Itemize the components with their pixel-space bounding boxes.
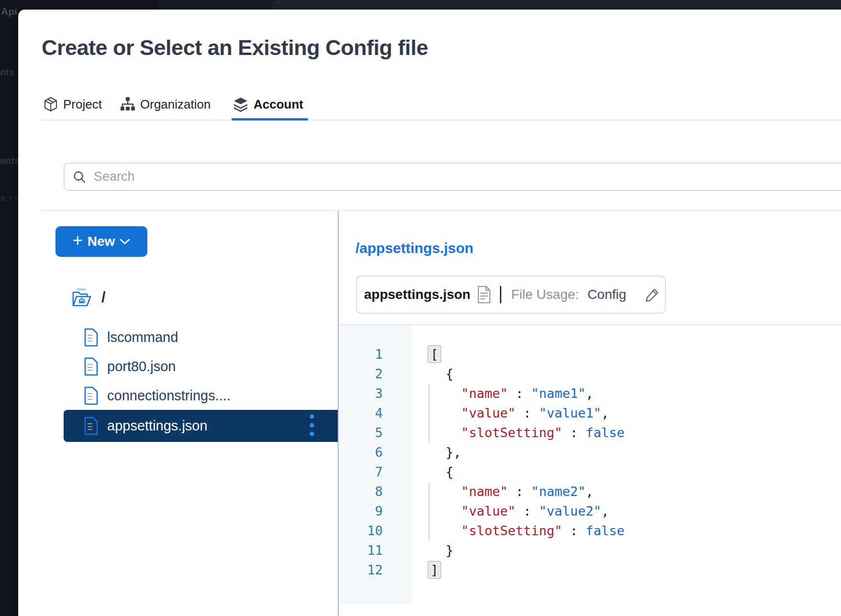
document-icon	[477, 286, 491, 304]
plus-icon: +	[73, 232, 83, 249]
line-number: 9	[339, 501, 383, 521]
search-placeholder: Search	[94, 169, 135, 184]
line-number: 7	[339, 462, 383, 482]
editor-top-border	[339, 324, 841, 325]
tabbar-divider	[41, 120, 841, 121]
file-row[interactable]: port80.json	[64, 352, 338, 381]
code-line: "value" : "value2",	[430, 501, 624, 521]
line-number: 4	[339, 403, 383, 423]
new-button[interactable]: + New	[55, 226, 147, 257]
occluded-sidebar-text: ETI	[1, 194, 19, 202]
code-line: "slotSetting" : false	[430, 521, 624, 540]
code-line: "slotSetting" : false	[430, 423, 624, 442]
breadcrumb[interactable]: /appsettings.json	[355, 240, 474, 256]
file-icon	[84, 328, 99, 347]
line-number: 1	[339, 344, 383, 364]
code-line: {	[430, 462, 624, 482]
indent-guide	[429, 482, 430, 541]
active-tab-indicator	[232, 118, 308, 121]
file-usage-card: appsettings.json File Usage: Config	[356, 275, 666, 314]
file-row[interactable]: connectionstrings....	[64, 381, 338, 410]
search-icon	[73, 170, 86, 184]
dialog-title: Create or Select an Existing Config file	[42, 35, 428, 60]
tab-label: Account	[254, 97, 303, 112]
file-row-selected[interactable]: appsettings.json	[64, 410, 338, 442]
indent-guide	[429, 384, 430, 443]
occluded-sidebar-text: Api	[1, 6, 17, 17]
occluded-sidebar-text: ents	[0, 155, 20, 166]
tab-account[interactable]: Account	[233, 95, 303, 114]
file-name: lscommand	[107, 330, 178, 345]
file-icon	[84, 357, 99, 376]
screen: Api nts ents ETI Create or Select an Exi…	[0, 0, 841, 616]
code-line: }	[430, 540, 624, 560]
backdrop-panel	[158, 0, 273, 10]
org-chart-icon	[121, 97, 135, 112]
line-number: 12	[339, 560, 383, 580]
backdrop-card	[272, 0, 841, 10]
tab-label: Project	[63, 97, 102, 112]
file-name: port80.json	[107, 359, 176, 374]
file-icon	[84, 386, 99, 405]
root-path-label: /	[101, 289, 106, 306]
pencil-icon[interactable]	[644, 286, 661, 303]
code-content[interactable]: [ { "name" : "name1", "value" : "value1"…	[430, 344, 624, 580]
card-filename: appsettings.json	[364, 287, 470, 302]
code-line: },	[430, 442, 624, 462]
tab-project[interactable]: Project	[44, 95, 102, 114]
code-line: {	[430, 364, 624, 384]
code-line: "name" : "name2",	[430, 482, 624, 501]
section-divider	[41, 210, 841, 211]
chevron-down-icon	[120, 238, 130, 245]
occluded-sidebar-text: nts	[0, 67, 14, 78]
line-number: 11	[339, 540, 383, 560]
code-line: ]	[430, 560, 624, 580]
line-number: 5	[339, 423, 383, 442]
cube-icon	[44, 97, 58, 112]
open-folder-home-icon	[71, 286, 93, 308]
tab-organization[interactable]: Organization	[121, 95, 210, 114]
tab-label: Organization	[140, 97, 210, 112]
file-name: connectionstrings....	[107, 388, 231, 404]
code-line: "name" : "name1",	[430, 384, 624, 403]
line-number: 6	[339, 442, 383, 462]
line-numbers: 123456789101112	[339, 344, 383, 580]
line-number: 10	[339, 521, 383, 540]
file-usage-label: File Usage:	[511, 287, 579, 302]
code-line: [	[430, 344, 624, 364]
file-usage-value: Config	[587, 287, 626, 302]
line-number: 2	[339, 364, 383, 384]
tree-root-folder[interactable]: /	[71, 285, 106, 310]
kebab-menu-icon[interactable]	[309, 412, 315, 440]
search-input[interactable]: Search	[64, 163, 841, 191]
file-icon	[84, 417, 99, 435]
file-name: appsettings.json	[107, 418, 208, 434]
code-line: "value" : "value1",	[430, 403, 624, 423]
separator-bar	[500, 286, 501, 303]
file-row[interactable]: lscommand	[64, 323, 338, 352]
line-number: 3	[339, 384, 383, 403]
new-button-label: New	[88, 234, 115, 249]
line-number: 8	[339, 482, 383, 501]
layers-icon	[233, 97, 248, 112]
